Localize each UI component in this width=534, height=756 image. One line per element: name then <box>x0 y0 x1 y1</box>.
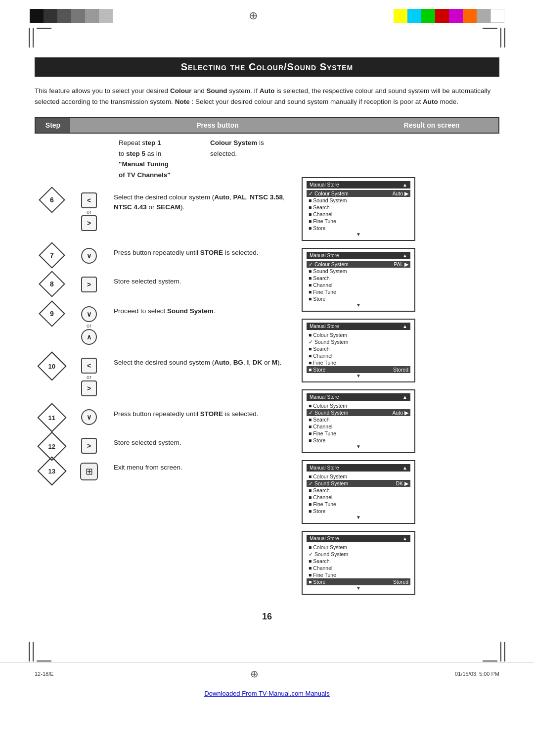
screen-5-row-search: ■ Search <box>307 487 410 494</box>
step-8-btn-right[interactable]: > <box>81 277 97 292</box>
screen-3-row-finetune: ■ Fine Tune <box>307 359 410 366</box>
screen-5-title-bar: Manual Store ▲ <box>307 464 410 472</box>
screen-4-row-channel: ■ Channel <box>307 423 410 430</box>
swatch-silver <box>477 9 490 23</box>
step-13-menu-btn[interactable]: ⊞ <box>80 463 98 480</box>
screen-6-row-search: ■ Search <box>307 558 410 565</box>
screen-1-row-sound: ■ Sound System <box>307 197 410 204</box>
step-12-btn-col: > <box>69 436 109 454</box>
step-12-btn-right[interactable]: > <box>81 438 97 454</box>
step-8-diamond: 8 <box>39 271 65 297</box>
swatch-midgray <box>85 9 99 23</box>
screen-6-bottom-arrow: ▼ <box>307 585 410 591</box>
swatch-darkgray <box>57 9 71 23</box>
step-9-desc: Proceed to select Sound System. <box>109 304 292 316</box>
right-column: Manual Store ▲ ✓ Colour System Auto ▶ ■ … <box>292 138 499 602</box>
screen-2-row-colour: ✓ Colour System PAL ▶ <box>307 261 410 268</box>
crosshair-bottom: ⊕ <box>250 668 259 680</box>
screen-5-row-sound: ✓ Sound System DK ▶ <box>307 480 410 487</box>
screen-6-title-bar: Manual Store ▲ <box>307 535 410 542</box>
screen-1-title-bar: Manual Store ▲ <box>307 181 410 189</box>
step-6-btn-left[interactable]: < <box>81 192 97 208</box>
step-10-or: or <box>87 374 91 380</box>
step-7-btn-col: ∨ <box>69 246 109 264</box>
screen-2-arrow-up: ▲ <box>402 253 407 258</box>
screen-6-title: Manual Store <box>310 536 339 541</box>
step-6-btn-col: < or > <box>69 190 109 231</box>
step-11-num: 11 <box>35 407 69 428</box>
step-11-btn-down[interactable]: ∨ <box>81 409 97 425</box>
download-link[interactable]: Downloaded From TV-Manual.com Manuals <box>204 690 329 697</box>
step-7-diamond: 7 <box>39 242 65 269</box>
section-title: Selecting the Colour/Sound System <box>35 57 499 77</box>
screen-6-arrow-up: ▲ <box>402 536 407 541</box>
screen-2-row-finetune: ■ Fine Tune <box>307 288 410 295</box>
step-6-num: 6 <box>35 190 69 209</box>
screen-mockup-2: Manual Store ▲ ✓ Colour System PAL ▶ ■ S… <box>302 248 415 312</box>
swatch-dark <box>44 9 57 23</box>
left-column: Repeat step 1 to step 5 as in "Manual Tu… <box>35 138 292 602</box>
step-9-btn-down[interactable]: ∨ <box>81 306 97 322</box>
step-row-10: 10 < or > Select the desired sound syste… <box>35 356 292 396</box>
frame-horiz-right-top <box>483 28 497 29</box>
screen-6-row-channel: ■ Channel <box>307 565 410 571</box>
screen-4-bottom-arrow: ▼ <box>307 444 410 449</box>
frame-corner-left-horiz <box>37 28 51 29</box>
screen-4-title: Manual Store <box>310 394 339 400</box>
screen-3-bottom-arrow: ▼ <box>307 373 410 378</box>
grayscale-swatches <box>30 9 113 23</box>
step-row-12: 12 > Store selected system. <box>35 436 292 457</box>
frame-corner-bottom-left <box>29 642 51 662</box>
screen-3-row-channel: ■ Channel <box>307 352 410 359</box>
step-6-diamond: 6 <box>39 187 65 213</box>
screen-3-title-bar: Manual Store ▲ <box>307 323 410 330</box>
step-8-num: 8 <box>35 275 69 293</box>
swatch-red <box>435 9 449 23</box>
step-10-btn-left[interactable]: < <box>81 358 97 374</box>
step-row-6: 6 < or > Select the desired colour syste… <box>35 190 292 231</box>
screen-mockup-1: Manual Store ▲ ✓ Colour System Auto ▶ ■ … <box>302 177 415 241</box>
screen-5-row-store: ■ Store <box>307 508 410 515</box>
frame-line-bottom-right <box>500 642 501 662</box>
screen-3-title: Manual Store <box>310 324 339 329</box>
download-link-area[interactable]: Downloaded From TV-Manual.com Manuals <box>0 685 534 702</box>
crosshair-top: ⊕ <box>249 9 258 22</box>
step-10-diamond: 10 <box>37 351 66 380</box>
header-press-button: Press button <box>70 118 365 133</box>
screen-2-row-channel: ■ Channel <box>307 282 410 288</box>
step-10-btn-right[interactable]: > <box>81 380 97 396</box>
screen-2-title-bar: Manual Store ▲ <box>307 252 410 259</box>
screen-1-arrow-up: ▲ <box>402 182 407 188</box>
step-row-7: 7 ∨ Press button repeatedly until STORE … <box>35 246 292 271</box>
intro-text: This feature allows you to select your d… <box>35 86 499 107</box>
colour-system-selected-desc: Colour System is selected. <box>205 138 292 159</box>
step-7-btn-down[interactable]: ∨ <box>81 248 97 264</box>
screen-4-row-store: ■ Store <box>307 437 410 444</box>
step-9-diamond: 9 <box>39 300 65 327</box>
screen-1-row-store: ■ Store <box>307 225 410 232</box>
table-header: Step Press button Result on screen <box>35 117 499 134</box>
step-7-num: 7 <box>35 246 69 265</box>
step-row-11: 11 ∨ Press button repeatedly until STORE… <box>35 407 292 432</box>
swatch-gray <box>71 9 85 23</box>
header-step: Step <box>36 118 70 133</box>
step-9-btn-up[interactable]: ∧ <box>81 329 97 345</box>
screen-1-bottom-arrow: ▼ <box>307 232 410 237</box>
repeat-step-block: Repeat step 1 to step 5 as in "Manual Tu… <box>35 138 292 180</box>
step-row-13: 13 ⊞ Exit menu from screen. <box>35 461 292 481</box>
swatch-lightgray <box>99 9 113 23</box>
step-8-desc: Store selected system. <box>109 275 292 286</box>
step-11-desc: Press button repeatedly until STORE is s… <box>109 407 292 419</box>
repeat-row: Repeat step 1 to step 5 as in "Manual Tu… <box>40 138 292 180</box>
screen-5-row-finetune: ■ Fine Tune <box>307 501 410 508</box>
step-10-btn-col: < or > <box>69 356 109 396</box>
swatch-white <box>490 9 504 23</box>
step-9-btn-col: ∨ or ∧ <box>69 304 109 345</box>
step-7-desc: Press button repeatedly until STORE is s… <box>109 246 292 258</box>
step-6-btn-right[interactable]: > <box>81 215 97 231</box>
screen-2-row-store: ■ Store <box>307 295 410 302</box>
screen-1-row-colour: ✓ Colour System Auto ▶ <box>307 190 410 197</box>
step-13-btn-col: ⊞ <box>69 461 109 480</box>
page-content: Selecting the Colour/Sound System This f… <box>0 52 534 642</box>
screen-3-row-store: ■ Store Stored <box>307 366 410 373</box>
